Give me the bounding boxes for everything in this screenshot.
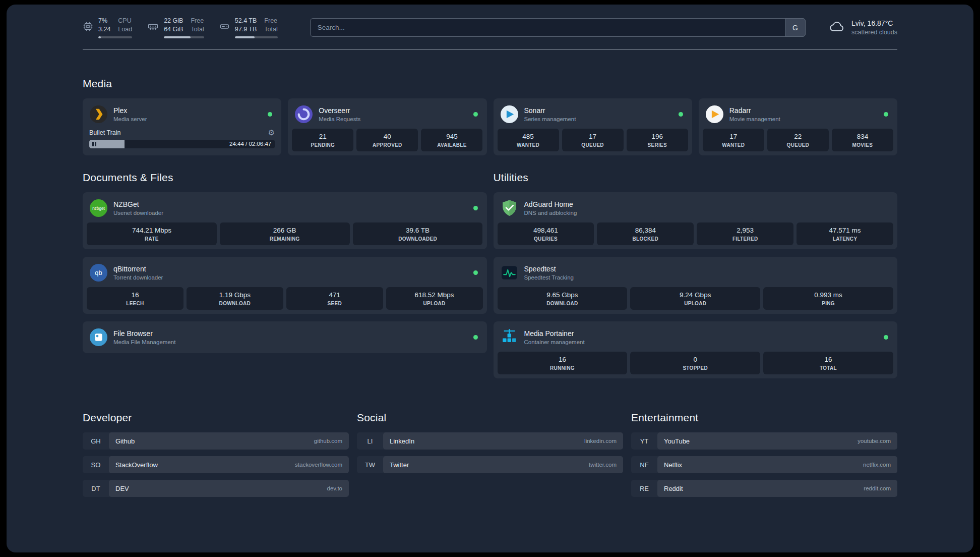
- gear-icon[interactable]: ⚙: [268, 129, 275, 136]
- bookmark-group-entertainment: Entertainment YT YouTube youtube.com NF …: [631, 412, 897, 497]
- stat-download: 9.65 Gbps DOWNLOAD: [498, 287, 628, 310]
- service-name: Overseerr: [319, 106, 360, 115]
- bookmark-youtube[interactable]: YT YouTube youtube.com: [631, 432, 897, 450]
- bookmark-name: DEV: [115, 485, 129, 492]
- service-name: qBittorrent: [113, 265, 163, 273]
- svg-text:nzbget: nzbget: [92, 206, 105, 211]
- bookmark-abbr: LI: [357, 432, 383, 450]
- service-subtitle: Media server: [113, 116, 147, 122]
- stat-upload: 9.24 Gbps UPLOAD: [630, 287, 760, 310]
- bookmark-name: Twitter: [390, 461, 409, 469]
- bookmark-linkedin[interactable]: LI LinkedIn linkedin.com: [357, 432, 623, 450]
- service-card-qbittorrent[interactable]: qb qBittorrent Torrent downloader 16 LEE…: [83, 257, 487, 314]
- memory-meter: [164, 36, 204, 38]
- service-card-radarr[interactable]: Radarr Movie management 17 WANTED 22 QUE…: [699, 98, 897, 155]
- memory-total-label: Total: [191, 25, 204, 34]
- disk-free-value: 52.4 TB: [235, 17, 257, 25]
- nzbget-icon: nzbget: [89, 199, 108, 217]
- weather-condition: scattered clouds: [851, 29, 897, 36]
- bookmark-domain: dev.to: [327, 485, 342, 491]
- service-name: Speedtest: [524, 265, 574, 273]
- service-card-adguard[interactable]: AdGuard Home DNS and adblocking 498,461 …: [494, 192, 898, 249]
- bookmark-github[interactable]: GH Github github.com: [83, 432, 349, 450]
- cpu-label: CPU: [118, 17, 132, 25]
- plex-now-playing: Bullet Train ⚙ 24:44 / 02:06:47: [87, 129, 277, 150]
- service-card-sonarr[interactable]: Sonarr Series management 485 WANTED 17 Q…: [494, 98, 692, 155]
- service-name: File Browser: [113, 329, 175, 338]
- cpu-meter: [98, 36, 132, 38]
- bookmark-netflix[interactable]: NF Netflix netflix.com: [631, 456, 897, 473]
- playback-time: 24:44 / 02:06:47: [229, 140, 271, 148]
- stat-filtered: 2,953 FILTERED: [697, 222, 793, 245]
- stat-upload: 618.52 Mbps UPLOAD: [386, 287, 483, 310]
- bookmark-dev[interactable]: DT DEV dev.to: [83, 480, 349, 497]
- bookmark-reddit[interactable]: RE Reddit reddit.com: [631, 480, 897, 497]
- stat-queued: 22 QUEUED: [767, 129, 829, 151]
- status-dot: [268, 112, 272, 117]
- stat-blocked: 86,384 BLOCKED: [597, 222, 694, 245]
- status-dot: [884, 112, 888, 117]
- status-dot: [473, 335, 478, 340]
- service-card-portainer[interactable]: Media Portainer Container management 16 …: [494, 321, 898, 378]
- pause-icon[interactable]: [92, 142, 96, 146]
- search: G: [310, 18, 806, 37]
- section-title-social: Social: [357, 412, 623, 424]
- search-provider-button[interactable]: G: [785, 18, 806, 37]
- service-card-overseerr[interactable]: Overseerr Media Requests 21 PENDING 40 A…: [288, 98, 486, 155]
- bookmark-name: LinkedIn: [390, 437, 414, 445]
- bookmark-group-developer: Developer GH Github github.com SO StackO…: [83, 412, 349, 497]
- service-subtitle: DNS and adblocking: [524, 210, 577, 216]
- bookmark-abbr: YT: [631, 432, 657, 450]
- speedtest-icon: [500, 263, 519, 282]
- topbar: 7% 3.24 CPU Load: [83, 17, 897, 38]
- stat-download: 1.19 Gbps DOWNLOAD: [187, 287, 283, 310]
- status-dot: [473, 270, 478, 275]
- qbittorrent-icon: qb: [89, 263, 108, 282]
- stat-seed: 471 SEED: [286, 287, 383, 310]
- bookmark-group-social: Social LI LinkedIn linkedin.com TW Twitt…: [357, 412, 623, 473]
- stat-available: 945 AVAILABLE: [421, 129, 482, 151]
- disk-free-label: Free: [264, 17, 277, 25]
- stat-latency: 47.571 ms LATENCY: [797, 222, 893, 245]
- memory-icon: [147, 21, 159, 34]
- disk-widget: 52.4 TB 97.9 TB Free Total: [219, 17, 278, 38]
- bookmark-abbr: NF: [631, 456, 657, 473]
- service-card-nzbget[interactable]: nzbget NZBGet Usenet downloader 744.21 M…: [83, 192, 487, 249]
- dashboard-panel: 7% 3.24 CPU Load: [7, 5, 973, 552]
- service-subtitle: Media File Management: [113, 339, 175, 345]
- stat-wanted: 17 WANTED: [703, 129, 764, 151]
- bookmark-name: StackOverflow: [115, 461, 158, 469]
- status-dot: [473, 206, 478, 210]
- cloud-icon: [828, 19, 846, 37]
- disk-meter-fill: [235, 36, 255, 38]
- radarr-icon: [705, 105, 724, 124]
- bookmark-twitter[interactable]: TW Twitter twitter.com: [357, 456, 623, 473]
- bookmark-abbr: DT: [83, 480, 109, 497]
- bookmark-name: Reddit: [664, 485, 683, 492]
- bookmark-domain: reddit.com: [864, 485, 891, 491]
- playback-progress-fill: [89, 140, 125, 148]
- bookmark-domain: linkedin.com: [584, 438, 617, 444]
- section-title-entertainment: Entertainment: [631, 412, 897, 424]
- service-name: Media Portainer: [524, 329, 585, 338]
- search-input[interactable]: [310, 18, 806, 37]
- bookmark-name: YouTube: [664, 437, 690, 445]
- section-utilities: Utilities AdGuard Home: [494, 172, 898, 378]
- service-name: NZBGet: [113, 200, 163, 208]
- bookmark-abbr: RE: [631, 480, 657, 497]
- svg-text:qb: qb: [95, 269, 102, 276]
- bookmark-abbr: SO: [83, 456, 109, 473]
- bookmark-domain: stackoverflow.com: [295, 462, 342, 468]
- bookmark-domain: youtube.com: [858, 438, 891, 444]
- service-card-filebrowser[interactable]: File Browser Media File Management: [83, 321, 487, 353]
- bookmark-stackoverflow[interactable]: SO StackOverflow stackoverflow.com: [83, 456, 349, 473]
- stat-approved: 40 APPROVED: [356, 129, 418, 151]
- service-card-speedtest[interactable]: Speedtest Speedtest Tracking 9.65 Gbps D…: [494, 257, 898, 314]
- now-playing-title: Bullet Train: [89, 129, 121, 136]
- service-card-plex[interactable]: Plex Media server Bullet Train ⚙ 24:44: [83, 98, 281, 155]
- stat-total: 16 TOTAL: [763, 352, 893, 374]
- memory-widget: 22 GiB 64 GiB Free Total: [147, 17, 204, 38]
- bookmark-name: Netflix: [664, 461, 682, 469]
- section-title-utilities: Utilities: [494, 172, 898, 184]
- service-name: Radarr: [729, 106, 780, 115]
